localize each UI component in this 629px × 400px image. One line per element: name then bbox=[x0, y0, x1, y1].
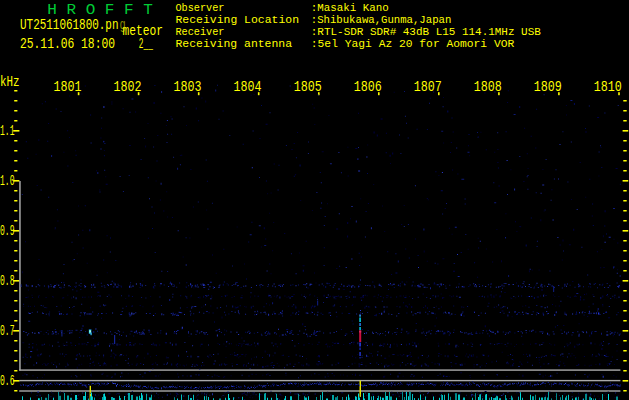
svg-text:1805: 1805 bbox=[294, 79, 322, 96]
svg-text:UT2511061800.pn: UT2511061800.pn bbox=[20, 17, 119, 33]
svg-text:1810: 1810 bbox=[594, 79, 622, 96]
svg-text:1804: 1804 bbox=[234, 79, 262, 96]
svg-text:0.9: 0.9 bbox=[0, 223, 14, 239]
svg-text:1.0: 1.0 bbox=[0, 173, 14, 189]
svg-text:2__: 2__ bbox=[139, 36, 153, 52]
svg-text::Shibukawa,Gunma,Japan: :Shibukawa,Gunma,Japan bbox=[311, 14, 452, 26]
svg-text:H R O F F T: H R O F F T bbox=[47, 2, 153, 18]
svg-text::RTL-SDR SDR# 43dB L15 114.1MH: :RTL-SDR SDR# 43dB L15 114.1MHz USB bbox=[311, 26, 541, 38]
svg-text:1801: 1801 bbox=[54, 79, 82, 96]
svg-text:Receiving Location: Receiving Location bbox=[176, 14, 300, 26]
svg-text:kHz: kHz bbox=[0, 74, 20, 90]
svg-text:0.6: 0.6 bbox=[0, 373, 14, 389]
svg-text:1803: 1803 bbox=[174, 79, 202, 96]
svg-text:0.7: 0.7 bbox=[0, 323, 14, 339]
svg-text:Observer: Observer bbox=[176, 2, 225, 14]
svg-text:1808: 1808 bbox=[474, 79, 502, 96]
svg-text:1807: 1807 bbox=[414, 79, 442, 96]
svg-text:Receiving antenna: Receiving antenna bbox=[176, 38, 293, 50]
svg-text:1806: 1806 bbox=[354, 79, 382, 96]
svg-text:1.1: 1.1 bbox=[0, 123, 14, 139]
svg-text:0.8: 0.8 bbox=[0, 273, 14, 289]
svg-text:1809: 1809 bbox=[534, 79, 562, 96]
svg-text:Receiver: Receiver bbox=[176, 26, 225, 38]
svg-text:1802: 1802 bbox=[114, 79, 142, 96]
svg-text::5el Yagi Az 20 for Aomori VOR: :5el Yagi Az 20 for Aomori VOR bbox=[311, 38, 515, 50]
svg-text::Masaki Kano: :Masaki Kano bbox=[311, 2, 389, 14]
svg-text:25.11.06 18:00: 25.11.06 18:00 bbox=[20, 36, 115, 52]
